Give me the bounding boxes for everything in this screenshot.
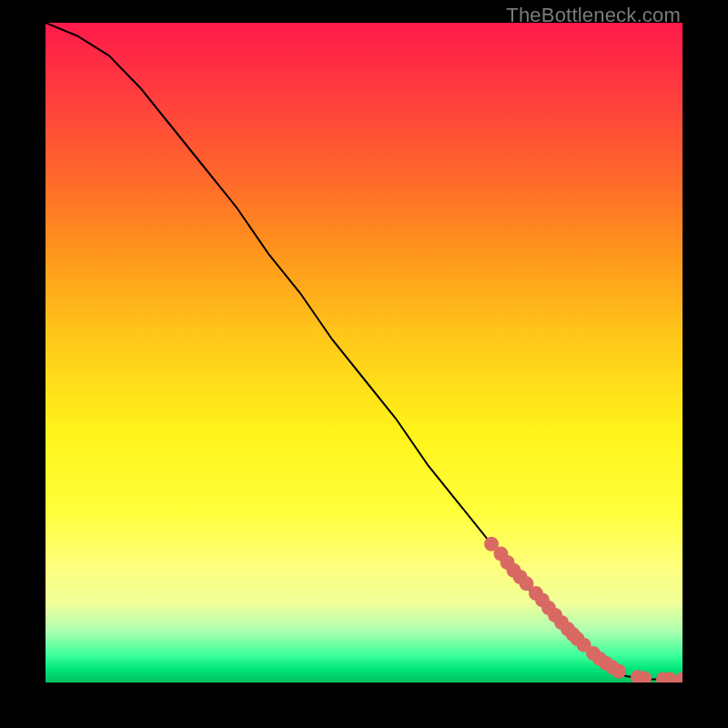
data-dot xyxy=(675,672,682,682)
plot-area xyxy=(46,23,682,682)
chart-svg xyxy=(46,23,682,682)
data-dots xyxy=(484,537,682,682)
chart-frame: TheBottleneck.com xyxy=(0,0,728,728)
data-dot xyxy=(612,664,626,679)
curve-path xyxy=(46,23,682,679)
curve-line xyxy=(46,23,682,679)
